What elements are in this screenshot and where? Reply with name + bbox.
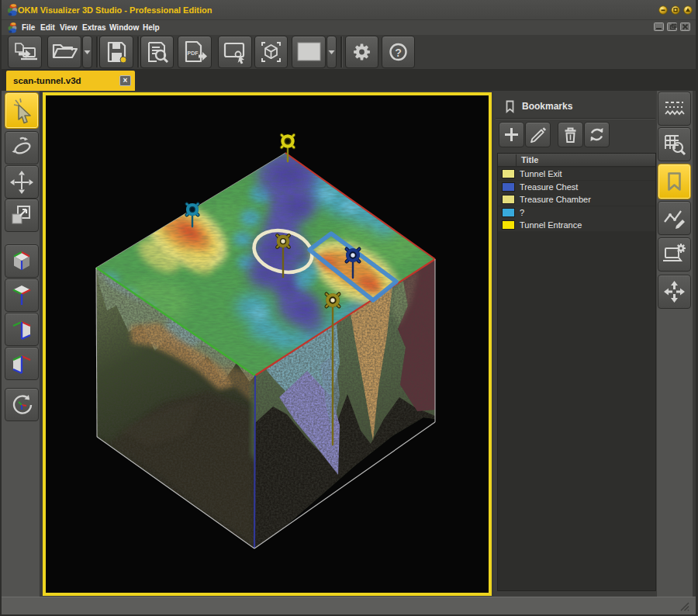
svg-text:PDF: PDF <box>188 50 199 56</box>
svg-text:?: ? <box>395 47 402 59</box>
